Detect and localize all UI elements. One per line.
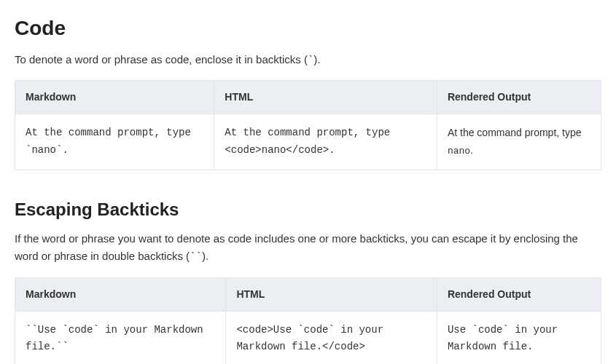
desc-text: To denote a word or phrase as code, encl… bbox=[15, 53, 308, 66]
col-header-html: HTML bbox=[226, 277, 437, 311]
col-header-markdown: Markdown bbox=[15, 81, 214, 114]
desc-text-post: ). bbox=[313, 53, 320, 66]
cell-html: <code>Use `code` in your Markdown file.<… bbox=[226, 311, 437, 364]
section-title-code: Code bbox=[15, 13, 601, 44]
rendered-code-span: nano bbox=[448, 146, 470, 157]
section-title-escaping: Escaping Backticks bbox=[15, 197, 601, 223]
table-header-row: Markdown HTML Rendered Output bbox=[15, 277, 601, 311]
table-row: At the command prompt, type `nano`. At t… bbox=[15, 114, 601, 170]
code-example-table: Markdown HTML Rendered Output At the com… bbox=[15, 80, 601, 170]
desc2-text: If the word or phrase you want to denote… bbox=[15, 232, 578, 262]
desc2-text-post: ). bbox=[202, 250, 208, 262]
col-header-markdown: Markdown bbox=[15, 277, 226, 311]
col-header-html: HTML bbox=[214, 81, 437, 114]
double-backtick-literal: `` bbox=[190, 251, 202, 263]
cell-rendered: Use `code` in your Markdown file. bbox=[437, 311, 601, 364]
cell-markdown: ``Use `code` in your Markdown file.`` bbox=[15, 311, 226, 364]
cell-rendered: At the command prompt, type nano. bbox=[437, 114, 601, 170]
col-header-rendered: Rendered Output bbox=[437, 277, 601, 311]
col-header-rendered: Rendered Output bbox=[437, 81, 601, 114]
table-row: ``Use `code` in your Markdown file.`` <c… bbox=[15, 311, 601, 364]
cell-html: At the command prompt, type <code>nano</… bbox=[214, 114, 437, 170]
rendered-text-post: . bbox=[470, 144, 473, 156]
cell-markdown: At the command prompt, type `nano`. bbox=[15, 114, 214, 170]
table-header-row: Markdown HTML Rendered Output bbox=[15, 81, 601, 114]
section-code-description: To denote a word or phrase as code, encl… bbox=[15, 51, 601, 68]
rendered-text-pre: At the command prompt, type bbox=[448, 127, 582, 138]
section-escaping-description: If the word or phrase you want to denote… bbox=[15, 230, 601, 265]
escaping-example-table: Markdown HTML Rendered Output ``Use `cod… bbox=[15, 277, 601, 364]
